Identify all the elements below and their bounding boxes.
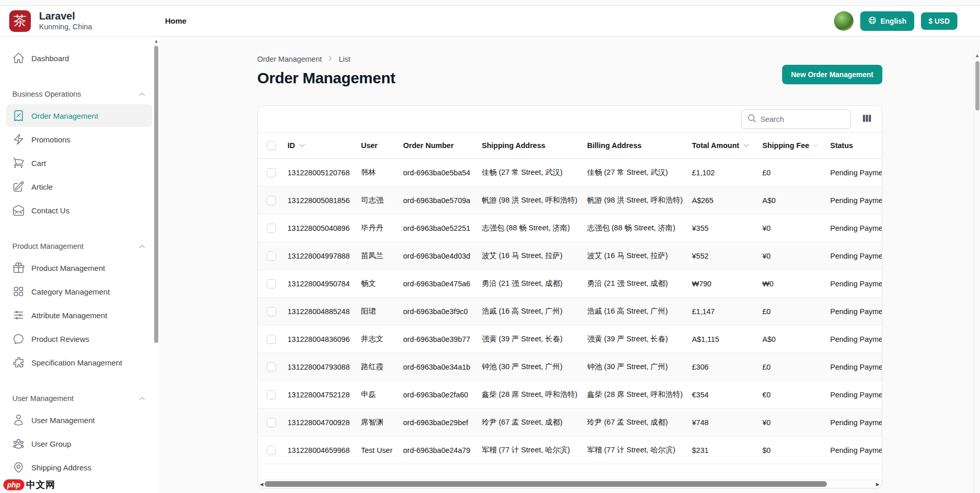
- chevron-down-icon: [299, 142, 306, 149]
- sidebar-scrollbar[interactable]: ▲: [154, 39, 159, 486]
- row-checkbox[interactable]: [267, 362, 276, 372]
- column-header-total-amount[interactable]: Total Amount: [686, 133, 756, 159]
- scroll-right-arrow-icon[interactable]: ▶: [876, 480, 880, 488]
- cell-id: 131228004836096: [282, 325, 355, 353]
- sidebar-item-shipping-address[interactable]: Shipping Address: [6, 456, 152, 479]
- scroll-up-arrow-icon[interactable]: ▲: [154, 39, 159, 44]
- language-button[interactable]: English: [860, 11, 914, 31]
- cell-billing-address: 强黄 (39 严 Street, 长春): [581, 325, 686, 353]
- breadcrumb-order-management[interactable]: Order Management: [257, 55, 322, 63]
- horizontal-scrollbar-thumb[interactable]: [265, 481, 827, 487]
- sidebar-item-product-reviews[interactable]: Product Reviews: [6, 327, 152, 350]
- cell-id: 131228005120768: [282, 159, 355, 187]
- gift-icon: [12, 262, 25, 274]
- brand-text: Laravel Kunming, China: [39, 10, 92, 31]
- currency-button[interactable]: $ USD: [921, 12, 957, 30]
- table-row[interactable]: 131228004752128申磊ord-6963ba0e2fa60鑫柴 (28…: [258, 381, 882, 409]
- search-input[interactable]: [761, 115, 845, 123]
- column-header-id[interactable]: ID: [282, 133, 355, 159]
- cell-status: Pending Payment: [824, 187, 882, 214]
- column-header-shipping-fee[interactable]: Shipping Fee: [756, 133, 824, 159]
- chevron-up-icon: [138, 395, 146, 403]
- column-toggle-button[interactable]: [859, 111, 875, 127]
- new-order-button[interactable]: New Order Management: [782, 65, 882, 84]
- sidebar-item-cart[interactable]: Cart: [6, 152, 152, 174]
- sidebar-item-product-management[interactable]: Product Management: [6, 257, 152, 279]
- sidebar-group-business-operations[interactable]: Business Operations: [12, 90, 146, 98]
- cell-shipping-address: 浩戚 (16 高 Street, 广州): [476, 298, 581, 325]
- envelope-open-icon: [12, 204, 25, 216]
- sidebar-item-label: Product Management: [31, 264, 105, 272]
- cell-total-amount: ¥748: [686, 409, 756, 436]
- row-checkbox[interactable]: [267, 168, 276, 177]
- cell-shipping-fee: $0: [756, 436, 824, 464]
- table-row[interactable]: 131228004950784畅文ord-6963ba0e475a6勇沿 (21…: [258, 270, 882, 298]
- scroll-left-arrow-icon[interactable]: ◀: [260, 480, 264, 488]
- cell-shipping-fee: £0: [756, 353, 824, 381]
- sidebar-item-user-management[interactable]: User Management: [6, 409, 152, 431]
- chevron-up-icon: [138, 243, 146, 250]
- row-checkbox[interactable]: [267, 390, 276, 399]
- main-content: Order Management List Order Management N…: [159, 36, 980, 493]
- table-row[interactable]: 131228004836096井志文ord-6963ba0e39b77强黄 (3…: [258, 325, 882, 353]
- sidebar-group-product-management[interactable]: Product Management: [12, 242, 146, 250]
- cell-billing-address: 鑫柴 (28 席 Street, 呼和浩特): [581, 381, 686, 409]
- sidebar-item-promotions[interactable]: Promotions: [6, 128, 152, 151]
- row-checkbox[interactable]: [267, 418, 276, 427]
- table-row[interactable]: 131228004659968Test Userord-6963ba0e24a7…: [258, 436, 882, 464]
- select-all-checkbox[interactable]: [267, 141, 276, 150]
- table-row[interactable]: 131228005081856司志强ord-6963ba0e5709a帆游 (9…: [258, 187, 882, 214]
- table-row[interactable]: 131228005040896毕丹丹ord-6963ba0e52251志强包 (…: [258, 214, 882, 242]
- sidebar-item-contact-us[interactable]: Contact Us: [6, 199, 152, 222]
- sidebar-item-order-management[interactable]: Order Management: [6, 104, 152, 127]
- table-row[interactable]: 131228004997888苗凤兰ord-6963ba0e4d03d波艾 (1…: [258, 242, 882, 270]
- brand-logo-char: 茶: [14, 12, 27, 29]
- cell-shipping-fee: A$0: [756, 325, 824, 353]
- row-checkbox[interactable]: [267, 335, 276, 344]
- cell-billing-address: 勇沿 (21 强 Street, 成都): [581, 270, 686, 298]
- row-checkbox[interactable]: [267, 251, 276, 261]
- watermark: php 中文网: [3, 479, 56, 491]
- sidebar-item-user-group[interactable]: User Group: [6, 432, 152, 455]
- sidebar-item-dashboard[interactable]: Dashboard: [6, 47, 152, 69]
- cell-status: Pending Payment: [824, 381, 882, 409]
- sidebar-item-label: Category Management: [31, 287, 110, 296]
- horizontal-scrollbar[interactable]: ◀ ▶: [258, 480, 882, 488]
- sidebar-item-label: Contact Us: [31, 206, 69, 215]
- bolt-icon: [12, 133, 25, 145]
- row-checkbox[interactable]: [267, 446, 276, 455]
- table-header-row: IDUserOrder NumberShipping AddressBillin…: [258, 133, 882, 159]
- cell-order-number: ord-6963ba0e39b77: [397, 325, 476, 353]
- cell-billing-address: 玲尹 (67 孟 Street, 成都): [581, 409, 686, 436]
- avatar[interactable]: [834, 11, 854, 31]
- sidebar-item-attribute-management[interactable]: Attribute Management: [6, 304, 152, 326]
- column-header-order-number: Order Number: [397, 133, 476, 159]
- table-row[interactable]: 131228004885248阳珺ord-6963ba0e3f9c0浩戚 (16…: [258, 298, 882, 325]
- row-checkbox[interactable]: [267, 224, 276, 233]
- page-title: Order Management: [257, 69, 396, 87]
- table-card: IDUserOrder NumberShipping AddressBillin…: [257, 105, 882, 488]
- sidebar-group-user-management[interactable]: User Management: [12, 394, 146, 403]
- sidebar-item-category-management[interactable]: Category Management: [6, 280, 152, 303]
- sidebar-item-specification-management[interactable]: Specification Management: [6, 351, 152, 374]
- row-checkbox[interactable]: [267, 307, 276, 316]
- row-checkbox[interactable]: [267, 196, 276, 205]
- page-scrollbar-thumb[interactable]: [975, 61, 979, 111]
- table-row[interactable]: 131228005120768韩林ord-6963ba0e5ba54佳畅 (27…: [258, 159, 882, 187]
- row-checkbox[interactable]: [267, 279, 276, 288]
- sidebar-item-article[interactable]: Article: [6, 175, 152, 198]
- sidebar-scrollbar-thumb[interactable]: [154, 46, 158, 343]
- sidebar-item-label: Shipping Address: [31, 463, 91, 472]
- page-vertical-scrollbar[interactable]: ▲: [974, 52, 980, 493]
- nav-home[interactable]: Home: [165, 16, 187, 25]
- map-pin-icon: [12, 461, 25, 473]
- search-icon: [747, 114, 756, 125]
- cell-total-amount: £306: [686, 353, 756, 381]
- cell-billing-address: 佳畅 (27 常 Street, 武汉): [581, 159, 686, 187]
- scroll-up-arrow-icon[interactable]: ▲: [974, 52, 980, 59]
- table-row[interactable]: 131228004700928席智渊ord-6963ba0e29bef玲尹 (6…: [258, 409, 882, 436]
- cell-id: 131228004752128: [282, 381, 355, 409]
- adjustments-icon: [12, 309, 25, 321]
- table-row[interactable]: 131228004793088路红霞ord-6963ba0e34a1b钟池 (3…: [258, 353, 882, 381]
- watermark-badge: php: [3, 479, 25, 490]
